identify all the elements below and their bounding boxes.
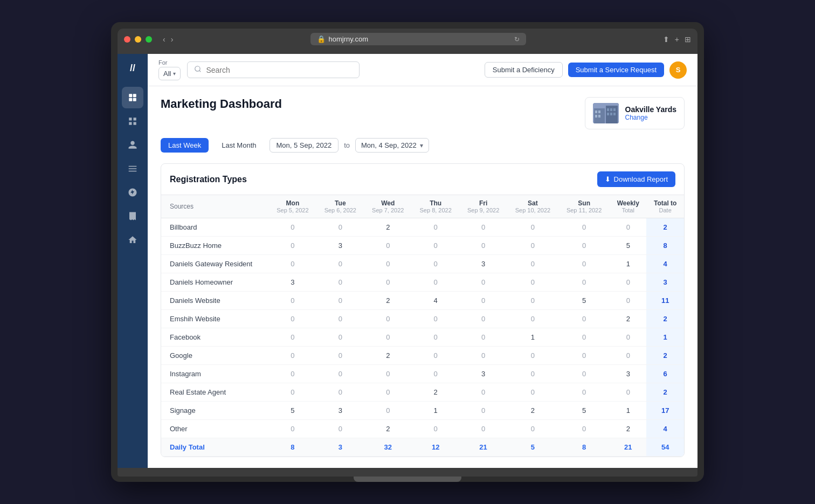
cell-source: Daniels Homeowner (161, 273, 269, 292)
cell-source: Instagram (161, 365, 269, 383)
browser-body: // (118, 54, 697, 468)
table-row: Daniels Gateway Resident000030014 (161, 255, 684, 273)
cell-tue: 0 (316, 310, 364, 328)
cell-source: Real Estate Agent (161, 383, 269, 402)
cell-sat: 0 (507, 237, 558, 255)
cell-tue: 0 (316, 255, 364, 273)
dashboard: Marketing Dashboard (148, 86, 697, 468)
minimize-btn[interactable] (135, 36, 141, 43)
sidebar-logo: // (128, 60, 137, 76)
property-image (593, 103, 619, 123)
cell-tue: 3 (316, 237, 364, 255)
cell-mon: 0 (269, 237, 316, 255)
cell-weekly: 0 (610, 383, 646, 402)
close-btn[interactable] (124, 36, 130, 43)
cell-total: 3 (646, 273, 684, 292)
daily-total-row: Daily Total83321221582154 (161, 438, 684, 457)
for-filter: For All ▾ (158, 59, 181, 80)
cell-sat: 0 (507, 365, 558, 383)
cell-source: Signage (161, 402, 269, 420)
cell-thu: 0 (412, 237, 459, 255)
maximize-btn[interactable] (146, 36, 152, 43)
svg-rect-15 (607, 113, 609, 115)
cell-weekly: 1 (610, 402, 646, 420)
table-row: Signage5301025117 (161, 402, 684, 420)
property-change-link[interactable]: Change (625, 114, 676, 121)
date-from-pill[interactable]: Mon, 5 Sep, 2022 (270, 138, 339, 153)
cell-sun: 0 (558, 328, 610, 347)
date-to-dropdown[interactable]: Mon, 4 Sep, 2022 ▾ (355, 138, 429, 153)
daily-total-cell-thu: 12 (412, 438, 459, 457)
share-icon[interactable]: ⬆ (663, 35, 669, 44)
sidebar-item-person[interactable] (122, 134, 143, 156)
for-dropdown-icon[interactable]: ▾ (173, 71, 176, 77)
cell-total: 11 (646, 292, 684, 310)
svg-rect-1 (133, 94, 136, 97)
laptop-frame: ‹ › 🔒 homjrny.com ↻ ⬆ + ⊞ // (111, 22, 704, 482)
sidebar-item-grid[interactable] (122, 111, 143, 132)
cell-fri: 0 (459, 420, 507, 438)
cell-fri: 0 (459, 310, 507, 328)
cell-fri: 0 (459, 328, 507, 347)
cell-sun: 0 (558, 273, 610, 292)
cell-source: BuzzBuzz Home (161, 237, 269, 255)
cell-source: Other (161, 420, 269, 438)
refresh-icon[interactable]: ↻ (514, 36, 520, 43)
for-value: All (163, 70, 171, 78)
cell-sun: 0 (558, 347, 610, 365)
property-info: Oakville Yards Change (625, 105, 676, 121)
cell-thu: 0 (412, 420, 459, 438)
cell-fri: 3 (459, 365, 507, 383)
cell-mon: 0 (269, 292, 316, 310)
laptop-base (118, 468, 697, 477)
cell-sun: 0 (558, 365, 610, 383)
cell-mon: 0 (269, 255, 316, 273)
new-tab-icon[interactable]: + (675, 35, 679, 44)
table-row: Real Estate Agent000200002 (161, 383, 684, 402)
daily-total-cell-tue: 3 (316, 438, 364, 457)
table-row: Billboard002000002 (161, 218, 684, 237)
address-bar[interactable]: 🔒 homjrny.com ↻ (310, 33, 526, 45)
cell-sat: 0 (507, 310, 558, 328)
cell-sat: 0 (507, 218, 558, 237)
cell-wed: 0 (364, 383, 412, 402)
cell-sat: 2 (507, 402, 558, 420)
last-month-button[interactable]: Last Month (214, 138, 264, 153)
cell-wed: 0 (364, 237, 412, 255)
table-row: Daniels Website0024005011 (161, 292, 684, 310)
sidebar-item-home[interactable] (122, 229, 143, 251)
cell-tue: 0 (316, 383, 364, 402)
search-input[interactable] (206, 66, 353, 74)
cell-fri: 0 (459, 237, 507, 255)
dashboard-title: Marketing Dashboard (161, 97, 282, 111)
cell-total: 8 (646, 237, 684, 255)
last-week-button[interactable]: Last Week (161, 138, 209, 153)
sidebar-item-dashboard[interactable] (122, 87, 143, 108)
cell-source: Daniels Gateway Resident (161, 255, 269, 273)
property-card: Oakville Yards Change (585, 97, 685, 129)
submit-service-button[interactable]: Submit a Service Request (568, 63, 664, 77)
cell-total: 2 (646, 310, 684, 328)
svg-rect-16 (610, 113, 612, 115)
tabs-icon[interactable]: ⊞ (685, 35, 691, 44)
sidebar-item-list[interactable] (122, 158, 143, 179)
avatar[interactable]: S (669, 61, 687, 79)
forward-button[interactable]: › (171, 35, 174, 44)
sidebar-item-receipt[interactable] (122, 205, 143, 227)
cell-tue: 0 (316, 347, 364, 365)
svg-rect-0 (129, 94, 132, 97)
date-to-value: Mon, 4 Sep, 2022 (361, 141, 417, 149)
submit-deficiency-button[interactable]: Submit a Deficiency (485, 62, 563, 78)
cell-source: Emshih Website (161, 310, 269, 328)
col-fri: FriSep 9, 2022 (459, 195, 507, 218)
cell-fri: 0 (459, 383, 507, 402)
cell-weekly: 0 (610, 292, 646, 310)
sidebar-item-rocket[interactable] (122, 182, 143, 203)
cell-sat: 0 (507, 273, 558, 292)
search-box[interactable] (187, 61, 360, 78)
download-label: Download Report (614, 175, 668, 183)
search-icon (194, 65, 202, 74)
col-weekly-total: WeeklyTotal (610, 195, 646, 218)
back-button[interactable]: ‹ (163, 35, 165, 44)
download-report-button[interactable]: ⬇ Download Report (597, 171, 675, 187)
